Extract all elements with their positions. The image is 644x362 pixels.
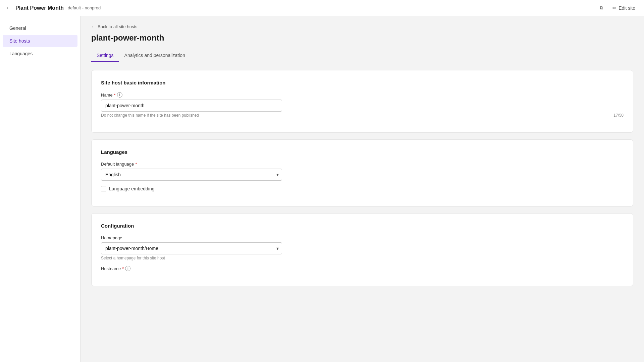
- header: ← Plant Power Month default - nonprod ⧉ …: [0, 0, 644, 16]
- edit-icon: ✏: [612, 5, 616, 11]
- language-embedding-checkbox[interactable]: [101, 186, 106, 191]
- sidebar-item-general[interactable]: General: [3, 22, 77, 34]
- edit-site-button[interactable]: ✏ Edit site: [609, 3, 639, 13]
- back-arrow-icon: ←: [5, 4, 11, 11]
- homepage-label: Homepage: [101, 235, 624, 240]
- required-star-lang: *: [135, 162, 137, 167]
- hostname-label: Hostname * i: [101, 266, 624, 271]
- configuration-card: Configuration Homepage plant-power-month…: [91, 213, 633, 286]
- back-link-icon: ←: [91, 24, 96, 29]
- default-language-select[interactable]: English French Spanish German: [101, 169, 282, 181]
- basic-info-card: Site host basic information Name * i Do …: [91, 70, 633, 133]
- name-hint-text: Do not change this name if the site has …: [101, 113, 199, 118]
- homepage-select[interactable]: plant-power-month/Home plant-power-month…: [101, 242, 282, 254]
- name-char-count: 17/50: [613, 113, 624, 118]
- copy-button[interactable]: ⧉: [596, 3, 606, 13]
- languages-title: Languages: [101, 149, 624, 155]
- back-link-label: Back to all site hosts: [98, 24, 138, 29]
- required-star: *: [114, 93, 116, 98]
- homepage-group: Homepage plant-power-month/Home plant-po…: [101, 235, 624, 260]
- hostname-info-icon[interactable]: i: [125, 266, 130, 271]
- name-label: Name * i: [101, 92, 624, 98]
- name-hint-row: Do not change this name if the site has …: [101, 113, 624, 118]
- copy-icon: ⧉: [600, 5, 603, 11]
- homepage-hint-text: Select a homepage for this site host: [101, 256, 165, 260]
- page-title: plant-power-month: [91, 33, 633, 43]
- language-embedding-group: Language embedding: [101, 186, 624, 191]
- configuration-title: Configuration: [101, 223, 624, 229]
- header-right: ⧉ ✏ Edit site: [596, 3, 639, 13]
- tab-analytics[interactable]: Analytics and personalization: [119, 49, 191, 62]
- language-embedding-checkbox-wrapper[interactable]: Language embedding: [101, 186, 624, 191]
- app-title: Plant Power Month: [15, 5, 64, 11]
- back-to-site-hosts-link[interactable]: ← Back to all site hosts: [91, 24, 633, 29]
- sidebar-item-label: Site hosts: [9, 38, 30, 44]
- name-info-icon[interactable]: i: [117, 92, 122, 98]
- language-embedding-label: Language embedding: [109, 186, 154, 191]
- header-back-button[interactable]: ←: [5, 4, 11, 11]
- languages-card: Languages Default language * English Fre…: [91, 139, 633, 206]
- sidebar-item-label: Languages: [9, 51, 33, 56]
- name-field-group: Name * i Do not change this name if the …: [101, 92, 624, 118]
- env-label: default - nonprod: [68, 5, 101, 10]
- tabs: Settings Analytics and personalization: [91, 49, 633, 62]
- default-language-group: Default language * English French Spanis…: [101, 162, 624, 181]
- edit-site-label: Edit site: [619, 5, 635, 11]
- name-input[interactable]: [101, 100, 282, 112]
- sidebar-item-label: General: [9, 25, 26, 31]
- homepage-select-wrapper: plant-power-month/Home plant-power-month…: [101, 242, 282, 254]
- layout: General Site hosts Languages ← Back to a…: [0, 16, 644, 362]
- language-select-wrapper: English French Spanish German ▾: [101, 169, 282, 181]
- sidebar: General Site hosts Languages: [0, 16, 80, 362]
- header-left: ← Plant Power Month default - nonprod: [5, 4, 101, 11]
- main-content: ← Back to all site hosts plant-power-mon…: [80, 16, 644, 362]
- sidebar-item-site-hosts[interactable]: Site hosts: [3, 35, 77, 47]
- sidebar-item-languages[interactable]: Languages: [3, 48, 77, 60]
- hostname-group: Hostname * i: [101, 266, 624, 271]
- tab-settings[interactable]: Settings: [91, 49, 119, 62]
- required-star-hostname: *: [122, 266, 124, 271]
- basic-info-title: Site host basic information: [101, 80, 624, 85]
- default-language-label: Default language *: [101, 162, 624, 167]
- homepage-hint-row: Select a homepage for this site host: [101, 256, 624, 260]
